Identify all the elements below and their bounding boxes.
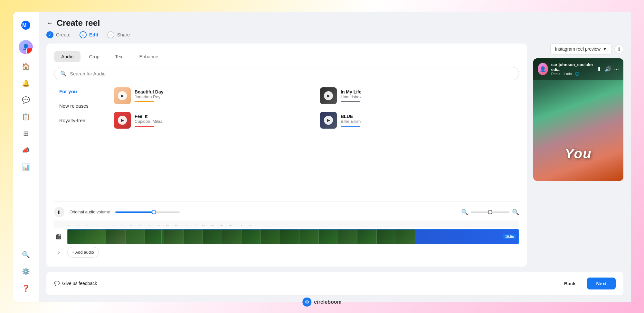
category-royalty-free[interactable]: Royalty-free — [54, 114, 106, 126]
video-frame — [242, 230, 261, 244]
video-track-row: 🎬 — [54, 228, 519, 246]
video-track[interactable]: 10.0s — [67, 229, 519, 244]
bottom-bar: 💬 Give us feedback Back Next — [46, 272, 623, 295]
play-icon: ▶ — [118, 116, 127, 125]
track-artist-beautiful-day: Jonathan Roy — [135, 94, 311, 99]
video-frame — [203, 230, 222, 244]
sidebar-item-reels[interactable]: 📋 — [19, 110, 33, 124]
preview-dropdown[interactable]: Instagram reel preview ▼ — [550, 44, 612, 54]
next-button[interactable]: Next — [587, 278, 616, 289]
back-button[interactable]: Back — [556, 278, 583, 289]
step-icon-share: ○ — [107, 31, 114, 38]
avatar[interactable]: 👤 — [19, 40, 33, 54]
zoom-slider[interactable] — [471, 211, 509, 213]
audio-panel: For you New releases Royalty-free ▶ — [54, 85, 519, 196]
more-preview-icon[interactable]: ··· — [614, 66, 619, 73]
music-grid: ▶ Beautiful Day Jonathan Roy — [112, 85, 519, 196]
play-icon: ▶ — [118, 91, 127, 100]
pause-preview-icon[interactable]: ⏸ — [596, 66, 602, 73]
video-frame — [357, 230, 377, 244]
pause-button[interactable]: ⏸ — [54, 207, 64, 217]
track-thumb-in-my-life: ▶ — [320, 87, 337, 104]
track-bar-in-my-life — [341, 101, 360, 102]
sidebar-item-table[interactable]: ⊞ — [19, 126, 33, 141]
zoom-thumb — [488, 210, 492, 214]
video-frame — [222, 230, 242, 244]
volume-preview-icon[interactable]: 🔊 — [604, 65, 611, 73]
track-bar-blue — [341, 126, 360, 127]
track-blue[interactable]: ▶ BLUE Billie Eilish — [318, 110, 519, 131]
preview-card: 👤 carljohnson_socialm edia Reels · 1 min… — [533, 58, 623, 181]
category-list: For you New releases Royalty-free — [54, 85, 106, 196]
track-info-beautiful-day: Beautiful Day Jonathan Roy — [135, 89, 311, 102]
circleboom-logo: ⚙ circleboom — [302, 298, 341, 307]
sidebar: M 👤 🏠 🔔 💬 📋 ⊞ 📣 📊 🔍 ⚙️ ❓ — [13, 12, 39, 302]
track-duration-label: 10.0s — [503, 234, 516, 239]
add-audio-button[interactable]: + Add audio — [67, 247, 99, 258]
video-frame — [280, 230, 299, 244]
audio-track-icon: ♪ — [54, 248, 63, 257]
preview-header: 👤 carljohnson_socialm edia Reels · 1 min… — [533, 58, 623, 80]
preview-meta: Reels · 1 min · 🌐 — [551, 72, 593, 76]
category-new-releases[interactable]: New releases — [54, 100, 106, 112]
page-title: Create reel — [57, 18, 100, 28]
search-icon: 🔍 — [60, 71, 67, 77]
video-frame — [319, 230, 338, 244]
video-track-icon: 🎬 — [54, 232, 63, 241]
track-feel-it[interactable]: ▶ Feel It Cupidon, Milaa — [112, 110, 313, 131]
info-icon[interactable]: ℹ — [614, 44, 623, 54]
video-frame — [377, 230, 396, 244]
sidebar-item-settings[interactable]: ⚙️ — [19, 264, 33, 279]
tab-enhance[interactable]: Enhance — [132, 51, 165, 62]
track-artist-in-my-life: Hamidshax — [341, 94, 517, 99]
track-in-my-life[interactable]: ▶ In My Life Hamidshax — [318, 85, 519, 106]
sidebar-item-announcements[interactable]: 📣 — [19, 143, 33, 157]
zoom-out-icon[interactable]: 🔍 — [461, 209, 468, 216]
back-arrow-icon[interactable]: ← — [46, 19, 53, 27]
editor-tabs: Audio Crop Text Enhance — [54, 51, 519, 62]
search-input[interactable] — [70, 71, 513, 76]
zoom-in-icon[interactable]: 🔍 — [512, 209, 519, 216]
tab-audio[interactable]: Audio — [54, 51, 80, 62]
tab-crop[interactable]: Crop — [82, 51, 107, 62]
sidebar-item-home[interactable]: 🏠 — [19, 59, 33, 73]
video-track-inner — [68, 230, 518, 244]
timeline-ruler: 0s 1s 1s 2s 2s 3s 3s 4s 4s 5s 5s — [54, 220, 519, 228]
track-title-in-my-life: In My Life — [341, 89, 517, 94]
sidebar-item-analytics[interactable]: 📊 — [19, 160, 33, 174]
track-thumb-blue: ▶ — [320, 112, 337, 129]
volume-slider[interactable] — [115, 211, 180, 213]
sidebar-item-notifications[interactable]: 🔔 — [19, 76, 33, 90]
track-playhead — [161, 230, 162, 244]
track-info-blue: BLUE Billie Eilish — [341, 114, 517, 127]
play-icon: ▶ — [324, 91, 333, 100]
track-beautiful-day[interactable]: ▶ Beautiful Day Jonathan Roy — [112, 85, 313, 106]
preview-avatar: 👤 — [538, 63, 548, 75]
sidebar-item-messages[interactable]: 💬 — [19, 93, 33, 107]
feedback-label: Give us feedback — [62, 281, 97, 286]
meta-logo: M — [19, 18, 33, 32]
video-frame — [106, 230, 126, 244]
video-frame — [68, 230, 87, 244]
sidebar-item-search[interactable]: 🔍 — [19, 248, 33, 262]
track-artist-feel-it: Cupidon, Milaa — [135, 119, 311, 124]
preview-username: carljohnson_socialm edia — [551, 62, 593, 72]
step-label-create: Create — [56, 32, 71, 37]
tab-text[interactable]: Text — [108, 51, 131, 62]
preview-user-info: carljohnson_socialm edia Reels · 1 min ·… — [551, 62, 593, 76]
preview-actions: ⏸ 🔊 ··· — [596, 65, 619, 73]
video-frame — [396, 230, 415, 244]
main-content: ← Create reel ✓ Create ○ Edit ○ Share — [39, 12, 631, 302]
category-for-you[interactable]: For you — [54, 85, 106, 97]
svg-text:M: M — [22, 23, 26, 28]
feedback-button[interactable]: 💬 Give us feedback — [54, 281, 97, 286]
play-icon: ▶ — [324, 116, 333, 125]
preview-overlay-text: You — [533, 146, 623, 161]
search-bar: 🔍 — [54, 67, 519, 80]
track-title-beautiful-day: Beautiful Day — [135, 89, 311, 94]
track-bar-feel-it — [135, 126, 154, 127]
sidebar-item-help[interactable]: ❓ — [19, 281, 33, 295]
step-indicators: ✓ Create ○ Edit ○ Share — [46, 31, 623, 38]
chevron-down-icon: ▼ — [602, 46, 607, 52]
step-edit: ○ Edit — [80, 31, 98, 38]
